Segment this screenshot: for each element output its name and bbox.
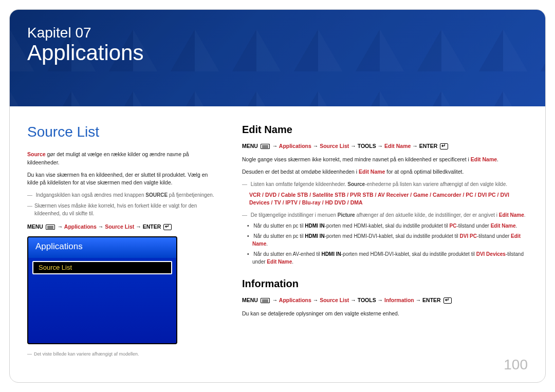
right-column: Edit Name MENU → Applications → Source L… bbox=[242, 124, 528, 357]
edit-name-para1: Nogle gange vises skærmen ikke korrekt, … bbox=[242, 156, 528, 164]
bullet-hdmi-dvi-pc: Når du slutter en pc til HDMI IN-porten … bbox=[245, 232, 528, 248]
note-source-list-devices: Listen kan omfatte følgende kildeenheder… bbox=[242, 180, 528, 188]
content-area: Source List Source gør det muligt at væl… bbox=[10, 106, 545, 357]
menu-path-edit-name: MENU → Applications → Source List → TOOL… bbox=[242, 143, 528, 150]
bullet-hdmi-dvi-av: Når du slutter en AV-enhed til HDMI IN-p… bbox=[245, 250, 528, 266]
information-section: Information MENU → Applications → Source… bbox=[242, 278, 528, 318]
bullet-hdmi-pc: Når du slutter en pc til HDMI IN-porten … bbox=[245, 222, 528, 230]
source-para2: Du kan vise skærmen fra en kildeenhed, d… bbox=[27, 171, 217, 188]
note-picture-menu: De tilgængelige indstillinger i menuen P… bbox=[242, 211, 528, 219]
image-disclaimer: Det viste billede kan variere afhængigt … bbox=[27, 351, 217, 357]
manual-page: Kapitel 07 Applications Source List Sour… bbox=[9, 9, 546, 383]
chapter-number: Kapitel 07 bbox=[27, 25, 528, 41]
chapter-banner: Kapitel 07 Applications bbox=[10, 10, 545, 106]
enter-icon bbox=[443, 297, 452, 304]
chapter-title: Applications bbox=[27, 41, 528, 65]
menu-icon bbox=[46, 225, 55, 230]
left-column: Source List Source gør det muligt at væl… bbox=[27, 124, 217, 357]
note-source-button: Indgangskilden kan også ændres med knapp… bbox=[27, 191, 217, 199]
source-description: Source gør det muligt at vælge en række … bbox=[27, 151, 217, 167]
source-list-heading: Source List bbox=[27, 124, 217, 140]
enter-icon bbox=[163, 224, 172, 230]
menu-icon bbox=[261, 144, 270, 149]
information-heading: Information bbox=[242, 278, 528, 290]
bullet-list: Når du slutter en pc til HDMI IN-porten … bbox=[245, 222, 528, 266]
preview-screenshot: Applications Source List bbox=[27, 236, 177, 344]
enter-icon bbox=[440, 143, 448, 150]
device-list: VCR / DVD / Cable STB / Satellite STB / … bbox=[242, 191, 528, 208]
page-number: 100 bbox=[504, 357, 528, 373]
menu-path-source-list: MENU → Applications → Source List → ENTE… bbox=[27, 223, 217, 230]
preview-header: Applications bbox=[28, 237, 176, 258]
preview-item-source-list: Source List bbox=[32, 261, 172, 274]
edit-name-heading: Edit Name bbox=[242, 124, 528, 136]
note-wrong-source: Skærmen vises måske ikke korrekt, hvis e… bbox=[27, 202, 217, 217]
edit-name-para2: Desuden er det bedst at omdøbe kildeenhe… bbox=[242, 168, 528, 176]
menu-path-information: MENU → Applications → Source List → TOOL… bbox=[242, 297, 528, 304]
information-para: Du kan se detaljerede oplysninger om den… bbox=[242, 310, 528, 318]
menu-icon bbox=[261, 298, 270, 303]
